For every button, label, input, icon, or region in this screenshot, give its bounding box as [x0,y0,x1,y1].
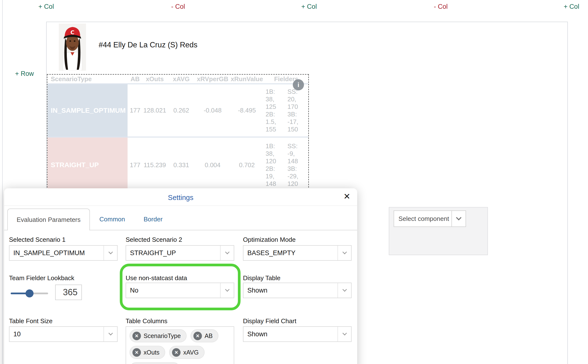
chevron-down-icon [104,246,117,260]
team-fielder-lookback-label: Team Fielder Lookback [9,274,74,282]
remove-tag-icon[interactable]: ✕ [132,332,141,340]
close-icon[interactable]: ✕ [344,192,351,200]
chevron-down-icon [337,246,351,260]
settings-modal: Settings ✕ Evaluation Parameters Common … [4,188,357,364]
table-header-row: ScenarioType AB xOuts xAVG xRVperGB xRun… [47,75,308,83]
tab-border[interactable]: Border [144,216,163,223]
chevron-down-icon [337,283,351,298]
tag-xouts[interactable]: ✕ xOuts [130,346,165,359]
page-left-border [2,0,3,364]
column-header-xavg: xAVG [167,75,196,83]
selected-scenario-1-value: IN_SAMPLE_OPTIMUM [9,246,104,260]
table-font-size-label: Table Font Size [9,317,52,325]
team-fielder-lookback-input[interactable] [55,285,82,300]
scenario-name-cell: IN_SAMPLE_OPTIMUM [47,84,128,137]
display-field-chart-select[interactable]: Shown [243,326,352,342]
selected-scenario-1-label: Selected Scenario 1 [9,236,66,243]
column-header-scenariotype: ScenarioType [47,75,128,83]
remove-tag-icon[interactable]: ✕ [132,348,141,357]
tag-ab[interactable]: ✕ AB [190,329,218,342]
display-field-chart-label: Display Field Chart [243,317,296,325]
table-row: STRAIGHT_UP 177 115.239 0.331 0.004 0.70… [47,137,308,192]
chevron-down-icon [104,327,117,341]
scenario-name-cell: STRAIGHT_UP [47,138,128,192]
use-non-statcast-label: Use non-statcast data [126,274,187,282]
xrvpergb-cell: -0.048 [196,84,230,137]
tag-label: AB [205,332,213,339]
table-font-size-value: 10 [9,327,104,341]
use-non-statcast-select[interactable]: No [126,283,234,298]
add-col-button-1[interactable]: + Col [38,3,54,10]
column-header-xrunvalue: xRunValue [230,75,264,83]
chevron-down-icon [220,283,234,298]
remove-col-button-1[interactable]: - Col [171,3,185,10]
add-col-button-2[interactable]: + Col [301,3,317,10]
table-font-size-select[interactable]: 10 [9,326,118,342]
component-select[interactable]: Select component [394,210,466,227]
player-title: #44 Elly De La Cruz (S) Reds [99,41,198,49]
remove-col-button-2[interactable]: - Col [434,3,448,10]
settings-modal-title: Settings [168,194,193,202]
optimization-mode-label: Optimization Mode [243,236,296,243]
fielders-infield-right: SS: -9, 148 3B: -29, 120 [287,142,305,188]
selected-scenario-2-select[interactable]: STRAIGHT_UP [126,245,234,261]
scenario-stats-table[interactable]: ScenarioType AB xOuts xAVG xRVperGB xRun… [47,74,309,192]
display-table-label: Display Table [243,274,280,282]
add-row-button[interactable]: + Row [15,70,34,78]
info-icon[interactable]: i [293,79,304,90]
tag-scenariotype[interactable]: ✕ ScenarioType [130,329,187,342]
add-col-button-3[interactable]: + Col [564,3,579,10]
xouts-cell: 115.239 [143,138,167,192]
tab-common[interactable]: Common [99,216,125,223]
selected-scenario-2-label: Selected Scenario 2 [126,236,182,243]
xrvpergb-cell: 0.004 [196,138,230,192]
tag-partial[interactable] [130,362,180,364]
chevron-down-icon [337,327,351,341]
xavg-cell: 0.262 [167,84,196,137]
tag-label: ScenarioType [144,332,181,339]
ab-cell: 177 [128,84,143,137]
component-select-placeholder: Select component [394,211,451,226]
player-headshot-image: C [59,24,86,71]
modal-header-divider [4,206,357,206]
svg-text:C: C [70,29,74,35]
tab-evaluation-parameters[interactable]: Evaluation Parameters [7,208,90,230]
optimization-mode-select[interactable]: BASES_EMPTY [243,245,352,261]
xavg-cell: 0.331 [167,138,196,192]
table-columns-multiselect[interactable]: ✕ ScenarioType ✕ AB ✕ xOuts ✕ xAVG [126,326,234,364]
xrunvalue-cell: -8.495 [230,84,264,137]
display-field-chart-value: Shown [243,327,337,341]
column-header-ab: AB [128,75,143,83]
selected-scenario-2-value: STRAIGHT_UP [126,246,220,260]
ab-cell: 177 [128,138,143,192]
xouts-cell: 128.021 [143,84,167,137]
fielders-cell: 1B: 38, 120 2B: 19, 148 SS: -9, 148 3B: … [264,138,308,192]
column-header-xrvpergb: xRVperGB [196,75,230,83]
table-columns-label: Table Columns [126,317,167,325]
column-header-xouts: xOuts [143,75,167,83]
fielders-infield-left: 1B: 38, 125 2B: 1.5, 155 [266,88,283,133]
app-root: { "toolbar": { "buttons": [ { "label": "… [0,0,588,364]
fielders-infield-right: SS: 20, 170 3B: -17, 150 [287,88,305,133]
team-fielder-lookback-slider[interactable] [11,289,48,297]
table-row: IN_SAMPLE_OPTIMUM 177 128.021 0.262 -0.0… [47,83,308,137]
remove-tag-icon[interactable]: ✕ [193,332,202,340]
selected-scenario-1-select[interactable]: IN_SAMPLE_OPTIMUM [9,245,118,261]
use-non-statcast-value: No [126,283,220,298]
tag-label: xOuts [144,349,159,356]
chevron-down-icon [220,246,234,260]
xrunvalue-cell: 0.702 [230,138,264,192]
slider-handle[interactable] [26,289,34,297]
fielders-infield-left: 1B: 38, 120 2B: 19, 148 [266,142,283,188]
tag-label: xAVG [183,349,199,356]
tag-xavg[interactable]: ✕ xAVG [169,346,204,359]
display-table-select[interactable]: Shown [243,283,352,298]
component-selector-panel: Select component [389,207,488,255]
optimization-mode-value: BASES_EMPTY [243,246,337,260]
display-table-value: Shown [243,283,337,298]
remove-tag-icon[interactable]: ✕ [172,348,181,357]
fielders-cell: 1B: 38, 125 2B: 1.5, 155 SS: 20, 170 3B:… [264,84,308,137]
chevron-down-icon [451,211,466,226]
